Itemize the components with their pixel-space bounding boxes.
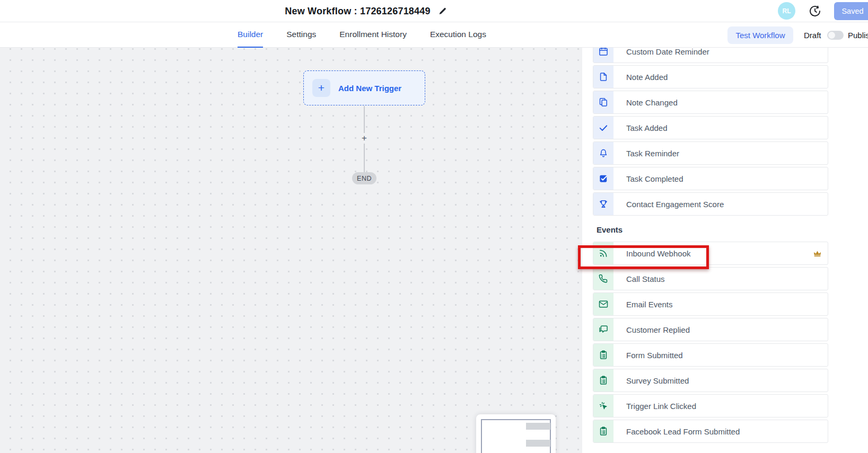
premium-crown-icon	[812, 248, 822, 259]
clipboard-icon	[593, 344, 613, 366]
clipboard-icon	[593, 420, 613, 442]
events-section-header: Events	[597, 225, 828, 234]
trigger-option-task-added[interactable]: Task Added	[593, 116, 828, 139]
trigger-option-note-changed[interactable]: Note Changed	[593, 91, 828, 114]
webhook-rss-icon	[593, 242, 613, 264]
trigger-list: Custom Date Reminder Note Added Note Cha…	[593, 48, 828, 445]
trigger-option-inbound-webhook[interactable]: Inbound Webhook	[593, 242, 828, 265]
tab-settings[interactable]: Settings	[286, 22, 316, 48]
test-workflow-button[interactable]: Test Workflow	[727, 26, 793, 44]
workflow-canvas[interactable]: + Add New Trigger + END	[0, 48, 582, 453]
envelope-icon	[593, 293, 613, 315]
add-step-plus-icon[interactable]: +	[360, 133, 369, 144]
trigger-option-customer-replied[interactable]: Customer Replied	[593, 318, 828, 341]
check-icon	[593, 117, 613, 139]
plus-icon: +	[312, 79, 330, 97]
copy-icon	[593, 91, 613, 113]
tabs: Builder Settings Enrollment History Exec…	[238, 22, 486, 48]
clipboard-icon	[593, 369, 613, 392]
top-header: New Workflow : 1726126718449 RL Saved	[0, 0, 868, 22]
note-icon	[593, 66, 613, 88]
toggle-knob	[828, 32, 835, 39]
edit-pencil-icon[interactable]	[438, 7, 447, 16]
check-square-icon	[593, 167, 613, 190]
phone-icon	[593, 268, 613, 290]
tab-builder[interactable]: Builder	[238, 22, 263, 48]
trigger-option-custom-date-reminder[interactable]: Custom Date Reminder	[593, 48, 828, 63]
trigger-option-contact-engagement-score[interactable]: Contact Engagement Score	[593, 192, 828, 216]
end-node: END	[352, 172, 376, 184]
trigger-option-form-submitted[interactable]: Form Submitted	[593, 343, 828, 367]
tab-execution-logs[interactable]: Execution Logs	[430, 22, 486, 48]
draft-label: Draft	[804, 22, 821, 48]
workflow-title-wrap: New Workflow : 1726126718449	[233, 0, 498, 22]
add-new-trigger-label: Add New Trigger	[338, 84, 401, 93]
publish-label: Publish	[848, 22, 868, 48]
minimap[interactable]	[476, 414, 556, 453]
trigger-option-facebook-lead-form-submitted[interactable]: Facebook Lead Form Submitted	[593, 420, 828, 443]
tab-bar: Builder Settings Enrollment History Exec…	[0, 22, 868, 48]
bell-icon	[593, 142, 613, 164]
tab-enrollment-history[interactable]: Enrollment History	[339, 22, 407, 48]
minimap-node	[526, 423, 550, 430]
trigger-option-trigger-link-clicked[interactable]: Trigger Link Clicked	[593, 394, 828, 418]
page-title: New Workflow : 1726126718449	[285, 6, 430, 17]
minimap-node	[526, 440, 550, 447]
trigger-option-survey-submitted[interactable]: Survey Submitted	[593, 369, 828, 392]
trigger-option-note-added[interactable]: Note Added	[593, 65, 828, 88]
history-clock-icon[interactable]	[809, 5, 821, 17]
publish-toggle[interactable]	[827, 31, 844, 40]
saved-button[interactable]: Saved	[834, 2, 868, 20]
add-new-trigger-button[interactable]: + Add New Trigger	[303, 70, 425, 105]
trigger-option-call-status[interactable]: Call Status	[593, 267, 828, 290]
trigger-option-email-events[interactable]: Email Events	[593, 292, 828, 316]
trigger-sidebar: Custom Date Reminder Note Added Note Cha…	[582, 48, 868, 453]
cursor-click-icon	[593, 395, 613, 417]
trigger-option-task-completed[interactable]: Task Completed	[593, 167, 828, 190]
chat-icon	[593, 318, 613, 341]
calendar-icon	[593, 48, 613, 63]
avatar[interactable]: RL	[778, 2, 795, 20]
trophy-icon	[593, 193, 613, 215]
trigger-option-task-reminder[interactable]: Task Reminder	[593, 141, 828, 165]
